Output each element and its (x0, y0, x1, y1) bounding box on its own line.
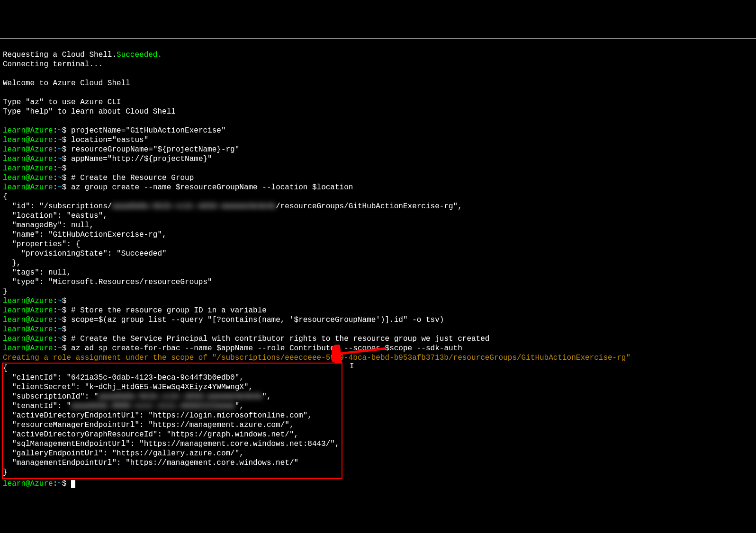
prompt-user: learn@Azure (3, 335, 53, 343)
json2-open: { (3, 364, 8, 373)
prompt-colon: : (53, 126, 58, 135)
json2-sql-mgmt: "sqlManagementEndpointUrl": "https://man… (3, 440, 340, 448)
json2-tenantid-redacted: aaaabbbb-0000-cccc-1111-dddd2222eeee (71, 402, 235, 410)
prompt-user: learn@Azure (3, 344, 53, 353)
cmd-rgname: resourceGroupName="${projectName}-rg" (66, 145, 239, 154)
json2-rm-endpoint: "resourceManagerEndpointUrl": "https://m… (3, 421, 294, 429)
json2-ad-endpoint: "activeDirectoryEndpointUrl": "https://l… (3, 411, 312, 420)
cmd-projectname: projectName="GitHubActionExercise" (66, 126, 225, 135)
cmd-comment-store: # Store the resource group ID in a varia… (66, 306, 266, 315)
terminal-output[interactable]: Requesting a Cloud Shell.Succeeded. Conn… (0, 38, 756, 490)
json1-provisioning: "provisioningState": "Succeeded" (3, 249, 167, 258)
prompt-user: learn@Azure (3, 126, 53, 135)
json2-subid-pre: "subscriptionId": " (3, 392, 99, 401)
json2-tenantid-post: ", (235, 402, 244, 410)
text-connecting: Connecting terminal... (3, 60, 103, 69)
prompt-user: learn@Azure (3, 145, 53, 154)
cmd-comment-rg: # Create the Resource Group (66, 174, 194, 182)
prompt-user: learn@Azure (3, 164, 53, 173)
highlighted-credentials-box: { "clientId": "6421a35c-0dab-4123-beca-9… (2, 363, 342, 479)
prompt-dollar: $ (62, 126, 67, 135)
prompt-user: learn@Azure (3, 183, 53, 192)
json2-gallery: "galleryEndpointUrl": "https://gallery.a… (3, 449, 244, 458)
json1-open: { (3, 193, 8, 201)
json1-managedby: "managedBy": null, (3, 221, 94, 230)
json2-ad-graph: "activeDirectoryGraphResourceId": "https… (3, 430, 298, 439)
prompt-user: learn@Azure (3, 480, 53, 488)
text-requesting: Requesting a Cloud Shell. (3, 51, 117, 59)
cmd-comment-sp: # Create the Service Principal with cont… (66, 335, 489, 343)
json1-location: "location": "eastus", (3, 212, 108, 220)
cmd-location: location="eastus" (66, 136, 148, 144)
prompt-user: learn@Azure (3, 174, 53, 182)
cmd-az-group-create: az group create --name $resourceGroupNam… (66, 183, 353, 192)
prompt-path: ~ (57, 126, 62, 135)
prompt-user: learn@Azure (3, 155, 53, 163)
json2-tenantid-pre: "tenantId": " (3, 402, 71, 410)
json2-clientsecret: "clientSecret": "k~dChj_HtdGE5-WJEwSq4XE… (3, 383, 253, 391)
text-type-az: Type "az" to use Azure CLI (3, 98, 121, 107)
cmd-appname: appName="http://${projectName}" (66, 155, 212, 163)
prompt-user: learn@Azure (3, 306, 53, 315)
json2-clientid: "clientId": "6421a35c-0dab-4123-beca-9c4… (3, 373, 244, 382)
json1-properties: "properties": { (3, 240, 80, 249)
json2-mgmt-endpoint: "managementEndpointUrl": "https://manage… (3, 459, 298, 467)
json1-name: "name": "GitHubActionExercise-rg", (3, 231, 167, 239)
json1-id-pre: "id": "/subscriptions/ (3, 202, 112, 211)
json1-close: } (3, 287, 8, 296)
prompt-user: learn@Azure (3, 136, 53, 144)
terminal-cursor[interactable] (71, 480, 75, 488)
json2-close: } (3, 468, 8, 477)
text-type-help: Type "help" to learn about Cloud Shell (3, 107, 176, 116)
json1-close-prop: }, (3, 259, 21, 267)
json2-subid-post: ", (262, 392, 271, 401)
prompt-user: learn@Azure (3, 297, 53, 305)
cmd-scope: scope=$(az group list --query "[?contain… (66, 316, 444, 324)
json2-subid-redacted: aaaa0a0a-bb1b-cc2c-dd3d-eeeeee4e4e4e (99, 392, 262, 401)
text-welcome: Welcome to Azure Cloud Shell (3, 79, 130, 88)
prompt-user: learn@Azure (3, 325, 53, 334)
role-assignment-msg: Creating a role assignment under the sco… (3, 354, 630, 362)
json1-id-post: /resourceGroups/GitHubActionExercise-rg"… (276, 202, 462, 211)
cmd-az-ad-sp: az ad sp create-for-rbac --name $appName… (66, 344, 462, 353)
json1-id-redacted: aaaa0a0a-bb1b-cc2c-dd3d-eeeeee4e4e4e (112, 202, 276, 211)
json1-tags: "tags": null, (3, 268, 71, 277)
json1-type: "type": "Microsoft.Resources/resourceGro… (3, 278, 212, 286)
prompt-user: learn@Azure (3, 316, 53, 324)
text-succeeded: Succeeded. (117, 51, 162, 59)
